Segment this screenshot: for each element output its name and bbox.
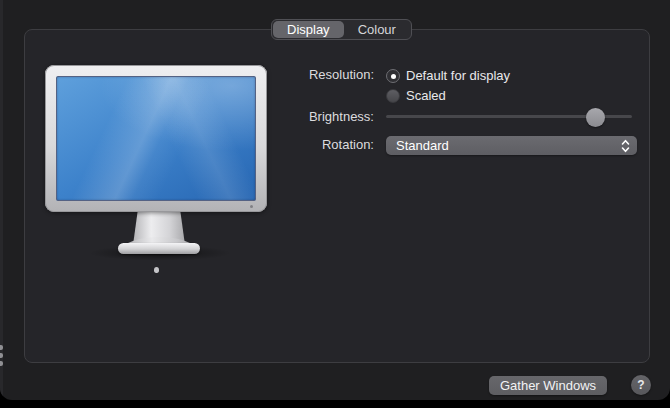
edge-artifact-dot <box>0 345 3 350</box>
tab-display[interactable]: Display <box>273 21 344 38</box>
gather-windows-label: Gather Windows <box>500 378 596 393</box>
radio-default-label: Default for display <box>406 68 510 83</box>
tab-colour[interactable]: Colour <box>344 21 410 38</box>
chevron-up-down-icon <box>621 139 630 153</box>
display-preferences-window: Display Colour Resolution: Default for d… <box>0 0 670 400</box>
question-mark-icon: ? <box>637 378 644 392</box>
gather-windows-button[interactable]: Gather Windows <box>489 376 607 395</box>
brightness-slider-thumb[interactable] <box>586 108 605 127</box>
apple-logo <box>154 267 159 273</box>
radio-scaled[interactable] <box>386 89 400 103</box>
brightness-label: Brightness: <box>254 109 374 124</box>
tab-bar: Display Colour <box>271 19 412 40</box>
resolution-option-scaled[interactable]: Scaled <box>386 88 446 103</box>
rotation-dropdown-value: Standard <box>396 138 621 153</box>
help-button[interactable]: ? <box>631 375 651 395</box>
monitor-image <box>45 65 267 212</box>
rotation-dropdown[interactable]: Standard <box>386 136 637 155</box>
tab-colour-label: Colour <box>358 22 396 37</box>
window-left-edge <box>0 0 3 400</box>
tab-display-label: Display <box>287 22 330 37</box>
edge-artifact-dot <box>0 353 3 358</box>
monitor-screen-wallpaper <box>56 76 256 201</box>
edge-artifact-dot <box>0 361 3 366</box>
power-led-icon <box>250 205 253 208</box>
brightness-slider[interactable] <box>386 107 632 127</box>
resolution-label: Resolution: <box>254 67 374 82</box>
monitor-stand-base <box>118 243 200 254</box>
rotation-label: Rotation: <box>254 137 374 152</box>
radio-scaled-label: Scaled <box>406 88 446 103</box>
resolution-option-default[interactable]: Default for display <box>386 68 510 83</box>
radio-default-for-display[interactable] <box>386 69 400 83</box>
